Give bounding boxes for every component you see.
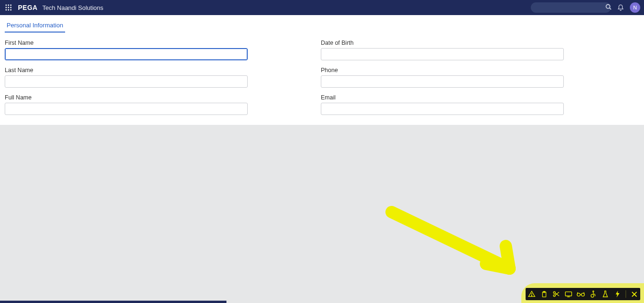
input-full-name[interactable] (5, 103, 248, 115)
search-icon[interactable] (605, 3, 611, 12)
viewport-icon[interactable] (564, 290, 573, 298)
label-email: Email (321, 94, 566, 101)
field-first-name: First Name (5, 40, 250, 60)
glasses-icon[interactable] (577, 290, 585, 298)
svg-rect-19 (565, 292, 571, 296)
input-last-name[interactable] (5, 75, 248, 88)
page-area: Personal Information First Name Date of … (0, 15, 644, 125)
input-dob[interactable] (321, 48, 564, 60)
footer-progress (0, 301, 226, 303)
clipboard-icon[interactable] (540, 290, 548, 298)
alert-icon[interactable] (527, 290, 536, 298)
label-phone: Phone (321, 67, 566, 74)
field-full-name: Full Name (5, 94, 250, 115)
svg-point-5 (10, 7, 12, 8)
field-last-name: Last Name (5, 67, 250, 88)
label-last-name: Last Name (5, 67, 250, 74)
svg-point-4 (8, 7, 9, 8)
toolbar-divider (626, 290, 626, 298)
svg-line-10 (610, 8, 611, 9)
field-dob: Date of Birth (321, 40, 566, 60)
svg-point-3 (6, 7, 7, 8)
input-phone[interactable] (321, 75, 564, 88)
dev-toolbar (526, 288, 640, 300)
svg-point-6 (6, 9, 7, 11)
avatar[interactable]: N (630, 2, 640, 13)
annotation-arrow (382, 203, 533, 287)
apps-launcher-icon[interactable] (4, 3, 13, 12)
field-phone: Phone (321, 67, 566, 88)
flask-icon[interactable] (601, 290, 610, 298)
accessibility-icon[interactable] (589, 290, 597, 298)
svg-point-12 (531, 295, 532, 296)
tab-row: Personal Information (5, 19, 639, 33)
tab-personal-info[interactable]: Personal Information (5, 19, 65, 33)
avatar-initial: N (633, 5, 637, 10)
scissors-icon[interactable] (552, 290, 560, 298)
label-full-name: Full Name (5, 94, 250, 101)
close-icon[interactable] (630, 290, 638, 298)
brand-label: PEGA (18, 4, 38, 11)
bolt-icon[interactable] (613, 290, 622, 298)
svg-point-9 (606, 5, 610, 8)
svg-point-7 (8, 9, 9, 11)
input-first-name[interactable] (5, 48, 248, 60)
svg-point-23 (593, 291, 594, 292)
svg-point-24 (591, 295, 594, 297)
topbar: PEGA Tech Naandi Solutions N (0, 0, 644, 15)
svg-point-8 (10, 9, 12, 11)
label-dob: Date of Birth (321, 40, 566, 46)
input-email[interactable] (321, 103, 564, 115)
label-first-name: First Name (5, 40, 250, 46)
field-email: Email (321, 94, 566, 115)
search-input[interactable] (535, 2, 605, 13)
app-name-label: Tech Naandi Solutions (42, 4, 103, 11)
form-grid: First Name Date of Birth Last Name Phone… (5, 40, 566, 115)
notifications-icon[interactable] (616, 3, 625, 12)
svg-point-2 (10, 5, 12, 6)
search-wrap[interactable] (531, 2, 611, 13)
svg-point-0 (6, 5, 7, 6)
svg-point-1 (8, 5, 9, 6)
